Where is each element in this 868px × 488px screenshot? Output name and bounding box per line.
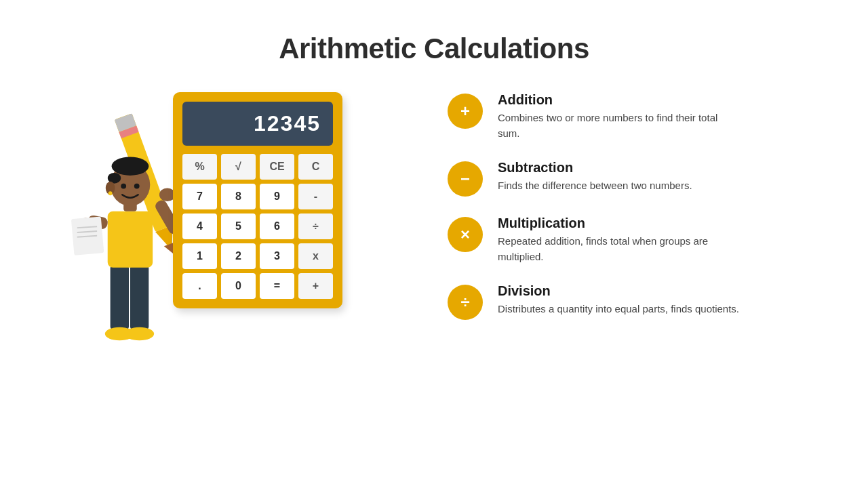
calc-button-[interactable]: . xyxy=(182,273,217,299)
calc-button-[interactable]: - xyxy=(298,184,333,209)
info-title-3: Division xyxy=(498,283,739,299)
info-desc-3: Distributes a quantity into equal parts,… xyxy=(498,302,739,317)
page-title: Arithmetic Calculations xyxy=(0,0,868,65)
svg-rect-6 xyxy=(130,264,149,331)
info-icon-3: ÷ xyxy=(448,285,483,320)
svg-point-20 xyxy=(112,157,149,176)
calc-button-0[interactable]: 0 xyxy=(221,273,256,299)
info-desc-0: Combines two or more numbers to find the… xyxy=(498,110,742,141)
info-text-3: DivisionDistributes a quantity into equa… xyxy=(498,283,739,317)
info-desc-1: Finds the difference between two numbers… xyxy=(498,178,692,194)
calculator: 12345 %√CEC789-456÷123x.0=+ xyxy=(173,92,342,308)
info-title-1: Subtraction xyxy=(498,160,692,176)
info-item-3: ÷DivisionDistributes a quantity into equ… xyxy=(448,283,827,320)
calc-button-4[interactable]: 4 xyxy=(182,214,217,239)
info-icon-1: − xyxy=(448,161,483,197)
svg-point-8 xyxy=(125,327,154,341)
info-text-1: SubtractionFinds the difference between … xyxy=(498,160,692,194)
info-area: +AdditionCombines two or more numbers to… xyxy=(420,85,827,320)
info-title-0: Addition xyxy=(498,92,742,108)
calc-button-C[interactable]: C xyxy=(298,154,333,180)
calc-button-9[interactable]: 9 xyxy=(260,184,294,209)
calc-button-8[interactable]: 8 xyxy=(221,184,256,209)
calc-button-5[interactable]: 5 xyxy=(221,214,256,239)
calc-button-[interactable]: ÷ xyxy=(298,214,333,239)
info-item-2: ×MultiplicationRepeated addition, finds … xyxy=(448,216,827,264)
calc-button-[interactable]: + xyxy=(298,273,333,299)
calc-button-3[interactable]: 3 xyxy=(260,243,294,269)
info-icon-0: + xyxy=(448,94,483,129)
info-title-2: Multiplication xyxy=(498,216,742,231)
illustration-area: 12345 %√CEC789-456÷123x.0=+ xyxy=(41,85,420,308)
info-item-1: −SubtractionFinds the difference between… xyxy=(448,160,827,197)
calc-button-[interactable]: √ xyxy=(221,154,256,180)
svg-rect-5 xyxy=(111,264,129,331)
calc-display: 12345 xyxy=(182,102,333,146)
calc-button-[interactable]: = xyxy=(260,273,294,299)
info-item-0: +AdditionCombines two or more numbers to… xyxy=(448,92,827,141)
svg-point-25 xyxy=(108,191,113,195)
svg-point-23 xyxy=(134,184,140,189)
svg-point-22 xyxy=(121,184,126,189)
content-area: 12345 %√CEC789-456÷123x.0=+ +AdditionCom… xyxy=(0,85,868,320)
calc-button-7[interactable]: 7 xyxy=(182,184,217,209)
calc-button-2[interactable]: 2 xyxy=(221,243,256,269)
info-text-2: MultiplicationRepeated addition, finds t… xyxy=(498,216,742,264)
calc-button-CE[interactable]: CE xyxy=(260,154,294,180)
svg-rect-9 xyxy=(108,211,153,268)
info-desc-2: Repeated addition, finds total when grou… xyxy=(498,234,742,264)
calc-button-6[interactable]: 6 xyxy=(260,214,294,239)
calc-button-[interactable]: % xyxy=(182,154,217,180)
calc-button-1[interactable]: 1 xyxy=(182,243,217,269)
info-icon-2: × xyxy=(448,217,483,252)
calc-buttons: %√CEC789-456÷123x.0=+ xyxy=(182,154,333,299)
info-text-0: AdditionCombines two or more numbers to … xyxy=(498,92,742,141)
calculator-wrapper: 12345 %√CEC789-456÷123x.0=+ xyxy=(173,92,342,308)
calc-button-x[interactable]: x xyxy=(298,243,333,269)
